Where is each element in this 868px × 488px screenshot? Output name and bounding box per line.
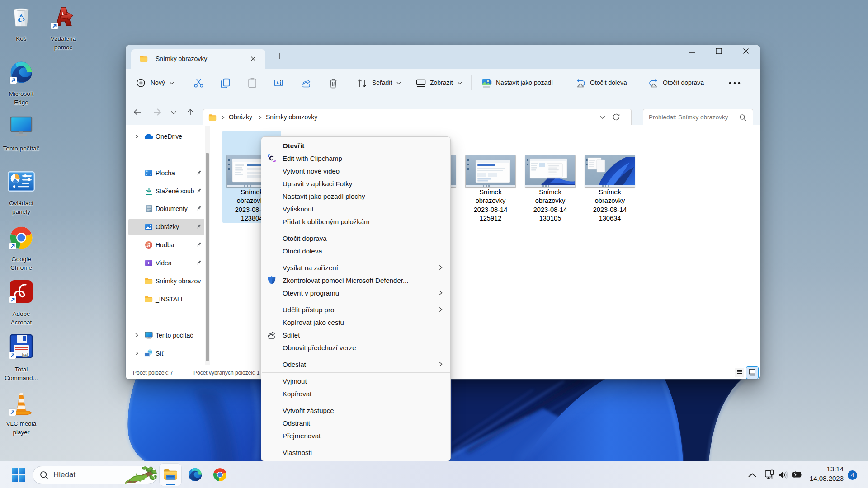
- svg-text:64: 64: [23, 354, 27, 357]
